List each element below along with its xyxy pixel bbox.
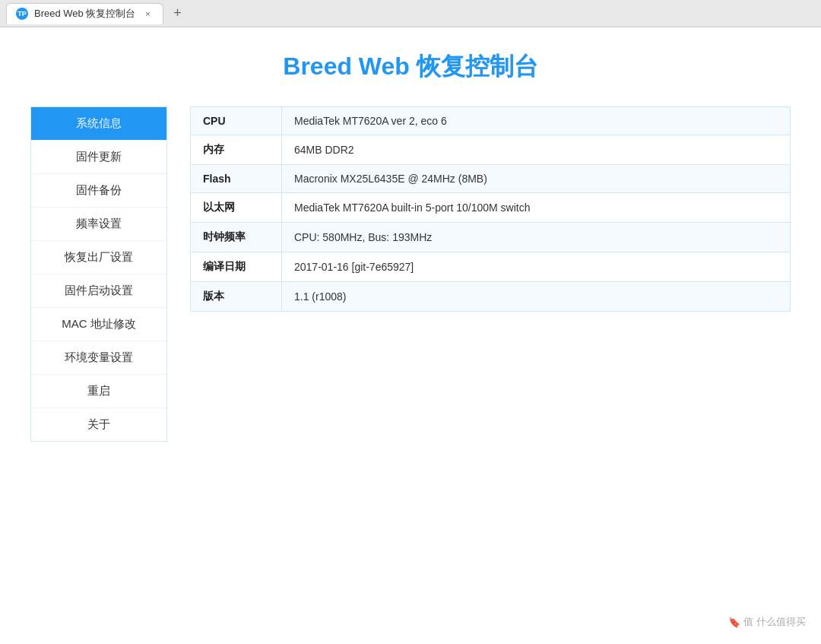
table-row: 时钟频率CPU: 580MHz, Bus: 193MHz (191, 223, 791, 252)
sidebar-item-firmware-update[interactable]: 固件更新 (31, 141, 166, 174)
table-row: CPUMediaTek MT7620A ver 2, eco 6 (191, 107, 791, 135)
tab-title: Breed Web 恢复控制台 (34, 7, 135, 21)
tab-favicon: TP (16, 8, 28, 20)
table-row: 版本1.1 (r1008) (191, 282, 791, 312)
tab-bar: TP Breed Web 恢复控制台 × + (6, 0, 188, 27)
info-label-2: Flash (191, 165, 282, 193)
info-value-4: CPU: 580MHz, Bus: 193MHz (282, 223, 791, 252)
table-row: 编译日期2017-01-16 [git-7e65927] (191, 252, 791, 282)
new-tab-button[interactable]: + (166, 3, 188, 24)
info-value-2: Macronix MX25L6435E @ 24MHz (8MB) (282, 165, 791, 193)
info-value-5: 2017-01-16 [git-7e65927] (282, 252, 791, 282)
info-value-3: MediaTek MT7620A built-in 5-port 10/100M… (282, 193, 791, 223)
info-label-4: 时钟频率 (191, 223, 282, 252)
watermark-icon: 🔖 (728, 617, 740, 628)
info-label-3: 以太网 (191, 193, 282, 223)
info-value-0: MediaTek MT7620A ver 2, eco 6 (282, 107, 791, 135)
sidebar-item-mac-modify[interactable]: MAC 地址修改 (31, 308, 166, 341)
main-layout: 系统信息固件更新固件备份频率设置恢复出厂设置固件启动设置MAC 地址修改环境变量… (30, 106, 791, 442)
watermark-text: 值 什么值得买 (743, 615, 806, 629)
table-row: FlashMacronix MX25L6435E @ 24MHz (8MB) (191, 165, 791, 193)
sidebar-item-firmware-backup[interactable]: 固件备份 (31, 174, 166, 208)
info-value-1: 64MB DDR2 (282, 135, 791, 165)
sidebar-item-system-info[interactable]: 系统信息 (31, 107, 166, 141)
info-table: CPUMediaTek MT7620A ver 2, eco 6内存64MB D… (190, 106, 791, 312)
sidebar-item-reboot[interactable]: 重启 (31, 375, 166, 408)
tab-close-button[interactable]: × (141, 8, 154, 20)
info-label-6: 版本 (191, 282, 282, 312)
info-label-5: 编译日期 (191, 252, 282, 282)
page-content: Breed Web 恢复控制台 系统信息固件更新固件备份频率设置恢复出厂设置固件… (0, 27, 821, 644)
sidebar-item-about[interactable]: 关于 (31, 408, 166, 441)
active-tab[interactable]: TP Breed Web 恢复控制台 × (6, 3, 163, 24)
watermark: 🔖 值 什么值得买 (728, 615, 806, 629)
page-title: Breed Web 恢复控制台 (30, 50, 791, 84)
sidebar-item-boot-settings[interactable]: 固件启动设置 (31, 274, 166, 308)
table-row: 内存64MB DDR2 (191, 135, 791, 165)
sidebar-item-restore-factory[interactable]: 恢复出厂设置 (31, 241, 166, 274)
sidebar-item-freq-settings[interactable]: 频率设置 (31, 208, 166, 241)
browser-chrome: TP Breed Web 恢复控制台 × + (0, 0, 821, 27)
info-label-0: CPU (191, 107, 282, 135)
sidebar-item-env-settings[interactable]: 环境变量设置 (31, 341, 166, 375)
info-label-1: 内存 (191, 135, 282, 165)
table-row: 以太网MediaTek MT7620A built-in 5-port 10/1… (191, 193, 791, 223)
sidebar: 系统信息固件更新固件备份频率设置恢复出厂设置固件启动设置MAC 地址修改环境变量… (30, 106, 167, 442)
info-value-6: 1.1 (r1008) (282, 282, 791, 312)
